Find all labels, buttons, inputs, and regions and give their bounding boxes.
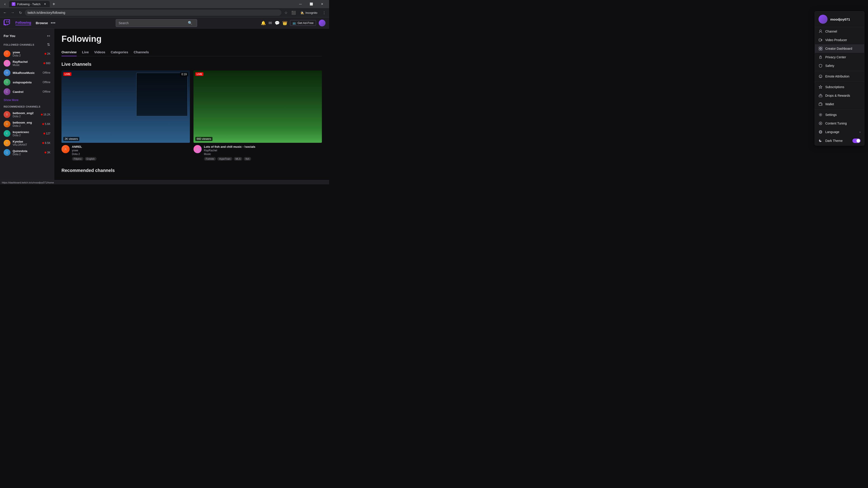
yowe-live-badge: LIVE (63, 72, 71, 76)
incognito-label: Incognito (305, 11, 317, 14)
maximize-btn[interactable]: ⬜ (306, 1, 316, 7)
search-input[interactable] (119, 21, 184, 25)
tab-close-btn[interactable]: ✕ (43, 2, 47, 6)
betboom2-game: Dota 2 (13, 115, 39, 118)
tab-categories[interactable]: Categories (111, 48, 128, 56)
sidebar-item-kyedae[interactable]: K Kyedae VALORANT 8.5K (0, 138, 54, 148)
betboom-game: Dota 2 (13, 124, 40, 127)
yowe-avatar: Y (4, 51, 10, 57)
tab-favicon: T (12, 2, 16, 6)
stream-card-rayrachel[interactable]: LIVE 660 viewers R Lots of fish and chil… (193, 70, 322, 161)
bookmark-btn[interactable]: ☆ (283, 9, 289, 16)
notification-icon[interactable]: 🔔 (261, 21, 266, 26)
mail-icon[interactable]: ✉ (269, 21, 272, 26)
sort-btn[interactable]: ⇅ (46, 42, 51, 47)
page-content: Following Overview Live Videos Categorie… (54, 29, 329, 180)
yowe-thumbnail-bg (61, 70, 190, 143)
kye-viewers: 8.5K (42, 141, 51, 144)
yowe-thumbnail: LIVE 2K viewers 0:19 (61, 70, 190, 143)
solas-avatar: S (4, 79, 10, 86)
tab-overview[interactable]: Overview (61, 48, 76, 56)
qui-name: Quinndota (13, 149, 42, 153)
address-bar[interactable]: twitch.tv/directory/following (25, 9, 281, 16)
betboom2-viewers: 16.2K (41, 113, 51, 116)
rayrachel-thumbnail: LIVE 660 viewers (193, 70, 322, 143)
rayrachel-stream-tags: Fortnite HypeTrain MLS fish (204, 157, 322, 161)
yowe-stream-title: ANREL (72, 145, 190, 149)
kye-game: VALORANT (13, 143, 40, 147)
show-more-btn[interactable]: Show More (0, 96, 54, 103)
browser-menu-btn[interactable]: ⋮ (321, 9, 327, 16)
betboom-viewers: 5.6K (42, 123, 51, 126)
url-text: twitch.tv/directory/following (28, 11, 65, 14)
crown-icon[interactable]: 👑 (282, 21, 287, 26)
tab-back-btn[interactable]: ‹ (2, 1, 8, 7)
tab-videos[interactable]: Videos (94, 48, 105, 56)
for-you-title: For You (4, 34, 16, 38)
twitch-logo[interactable] (4, 20, 11, 27)
active-tab[interactable]: T Following - Twitch ✕ (9, 1, 50, 7)
yowe-stream-tags: Filipino English (72, 157, 190, 161)
sidebar-item-caedrel[interactable]: C Caedrel Offline (0, 87, 54, 96)
rayrachel-tag-fish: fish (244, 157, 251, 161)
rayrachel-stream-avatar: R (193, 145, 202, 153)
rayrachel-stream-game: Music (204, 153, 322, 156)
sidebar-collapse-btn[interactable]: ↤ (46, 33, 51, 38)
get-ad-free-label: Get Ad-Free (298, 21, 313, 25)
yowe-viewer-count: 2K viewers (63, 137, 79, 141)
yowe-name: yowe (13, 51, 42, 54)
new-tab-btn[interactable]: + (51, 1, 57, 7)
rayrachel-thumbnail-bg (193, 70, 322, 143)
get-ad-free-btn[interactable]: 📺 Get Ad-Free (290, 20, 316, 26)
qui-game: Dota 2 (13, 153, 42, 156)
mika-avatar: M (4, 69, 10, 76)
user-avatar-btn[interactable] (319, 20, 326, 26)
betboom2-live-dot (41, 113, 43, 116)
rayrachel-tag-mls: MLS (234, 157, 243, 161)
qui-avatar: Q (4, 149, 10, 156)
betboom2-avatar: B (4, 111, 10, 118)
sidebar-item-quinndota[interactable]: Q Quinndota Dota 2 3K (0, 148, 54, 157)
incognito-icon: 🕵️ (301, 11, 304, 14)
nav-following[interactable]: Following (16, 21, 31, 25)
sidebar-item-kuyanicwxc[interactable]: K kuyanicwxc Dota 2 127 (0, 129, 54, 138)
rayrachel-live-badge: LIVE (195, 72, 204, 76)
sidebar-item-betboom2[interactable]: B betboom_eng2 Dota 2 16.2K (0, 110, 54, 119)
window-close-btn[interactable]: ✕ (317, 1, 327, 7)
forward-btn[interactable]: → (9, 9, 16, 16)
nav-browse[interactable]: Browse (36, 21, 48, 25)
tab-channels[interactable]: Channels (133, 48, 149, 56)
for-you-header: For You ↤ (0, 31, 54, 40)
sidebar: For You ↤ FOLLOWED CHANNELS ⇅ Y yowe Dot… (0, 29, 54, 180)
back-btn[interactable]: ← (2, 9, 8, 16)
search-bar[interactable]: 🔍 (116, 19, 197, 27)
search-submit-btn[interactable]: 🔍 (186, 20, 194, 26)
refresh-btn[interactable]: ↻ (17, 9, 24, 16)
sidebar-item-mikarosemusic[interactable]: M MikaRoseMusic Offline (0, 68, 54, 77)
yowe-game-ui (136, 73, 188, 116)
sidebar-item-yowe[interactable]: Y yowe Dota 2 2K (0, 49, 54, 59)
followed-channels-title: FOLLOWED CHANNELS (4, 43, 34, 46)
sidebar-item-solapsapdota[interactable]: S solapsapdota Offline (0, 77, 54, 87)
yowe-game: Dota 2 (13, 54, 42, 57)
yowe-stream-avatar: A (61, 145, 70, 153)
nav-more-btn[interactable]: ••• (51, 20, 55, 26)
incognito-btn[interactable]: 🕵️ Incognito (298, 10, 320, 15)
rayrachel-stream-meta: R Lots of fish and chill music - !social… (193, 145, 322, 161)
window-controls: — ⬜ ✕ (295, 1, 327, 7)
minimize-btn[interactable]: — (295, 1, 306, 7)
kuy-viewers: 127 (43, 132, 51, 135)
betboom2-name: betboom_eng2 (13, 111, 39, 115)
page-title: Following (61, 34, 322, 44)
extensions-btn[interactable]: ⬛ (290, 9, 297, 16)
stream-card-yowe[interactable]: LIVE 2K viewers 0:19 A ANREL yowe Dota 2… (61, 70, 190, 161)
chat-icon[interactable]: 💬 (275, 21, 280, 26)
sidebar-item-betboom[interactable]: B betboom_eng Dota 2 5.6K (0, 119, 54, 129)
yowe-stream-meta: A ANREL yowe Dota 2 Filipino English (61, 145, 190, 161)
rayrachel-name: RayRachel (13, 60, 41, 64)
mika-name: MikaRoseMusic (13, 71, 40, 74)
sidebar-item-rayrachel[interactable]: R RayRachel Music 660 (0, 59, 54, 68)
yowe-stream-channel: yowe (72, 149, 190, 152)
kuy-name: kuyanicwxc (13, 130, 41, 134)
tab-live[interactable]: Live (82, 48, 89, 56)
